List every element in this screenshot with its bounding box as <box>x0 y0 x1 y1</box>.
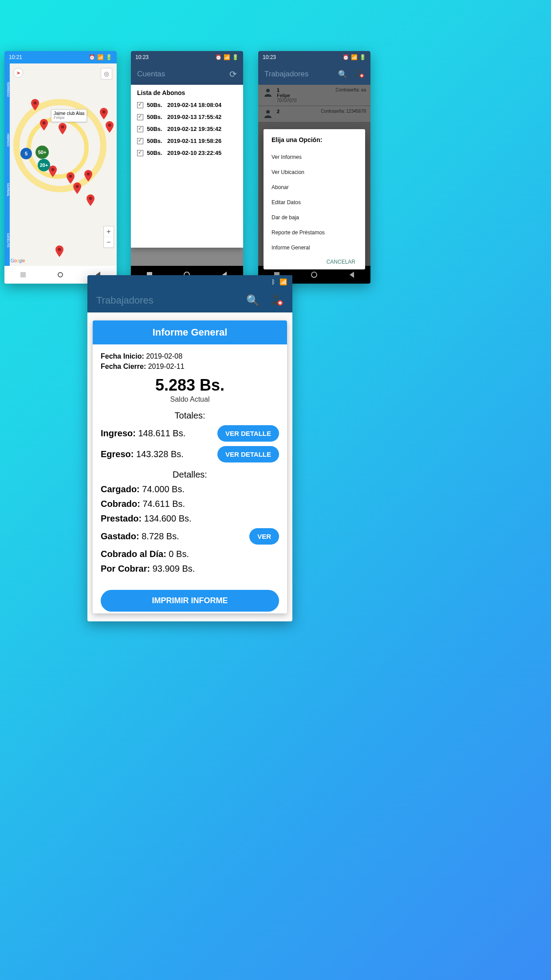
ver-gastado-button[interactable]: VER <box>249 528 279 545</box>
status-bar: ᛒ 📶 <box>87 275 292 288</box>
app-bar: Trabajadores 🔍 <box>258 63 370 85</box>
status-bar: 10:23 ⏰ 📶 🔋 <box>258 51 370 63</box>
signal-icon: 📶 <box>351 54 358 60</box>
abono-row[interactable]: 50Bs. 2019-02-11 19:58:26 <box>131 135 243 147</box>
status-bar: 10:23 ⏰ 📶 🔋 <box>131 51 243 63</box>
appbar-title: Cuentas <box>137 70 229 79</box>
compass-icon[interactable]: ➤ <box>13 68 23 78</box>
phone-cuentas: 10:23 ⏰ 📶 🔋 Cuentas ⟳ Lista de Abonos 50… <box>131 51 243 284</box>
add-user-icon[interactable] <box>270 293 283 308</box>
cluster-marker[interactable]: 50+ <box>35 146 49 159</box>
dialog-option[interactable]: Ver Informes <box>272 150 357 165</box>
dialog-title: Elija una Opción: <box>272 136 357 143</box>
map-pin[interactable] <box>49 166 57 177</box>
list-body: Lista de Abonos 50Bs. 2019-02-14 18:08:0… <box>131 85 243 266</box>
dialog-option[interactable]: Abonar <box>272 180 357 195</box>
dialog-option[interactable]: Ver Ubicacion <box>272 165 357 180</box>
cancel-button[interactable]: CANCELAR <box>272 255 357 265</box>
checkbox-icon <box>137 126 143 132</box>
status-right-icons: ⏰ 📶 🔋 <box>89 54 112 60</box>
alarm-icon: ⏰ <box>342 54 349 60</box>
gastado-row: Gastado: 8.728 Bs. VER <box>101 528 279 545</box>
nav-home-icon[interactable] <box>310 271 318 279</box>
abonos-sheet: Lista de Abonos 50Bs. 2019-02-14 18:08:0… <box>131 85 243 248</box>
saldo-actual-label: Saldo Actual <box>101 395 279 403</box>
signal-icon: 📶 <box>279 278 287 285</box>
card-body: Fecha Inicio: 2019-02-08 Fecha Cierre: 2… <box>93 344 287 584</box>
status-time: 10:23 <box>263 54 276 60</box>
marker-info-bubble[interactable]: Jaime club Alas Felipe <box>51 109 87 122</box>
egreso-row: Egreso: 143.328 Bs. VER DETALLE <box>101 446 279 462</box>
my-location-button[interactable]: ◎ <box>101 68 112 79</box>
map-type-hybrid[interactable]: HÍBRIDO <box>4 134 10 146</box>
zoom-in-button[interactable]: + <box>104 226 114 237</box>
abono-row[interactable]: 50Bs. 2019-02-13 17:55:42 <box>131 111 243 123</box>
map-type-terrain[interactable]: TERRENO <box>4 82 10 97</box>
map-pin[interactable] <box>84 170 92 182</box>
card-title: Informe General <box>93 320 287 344</box>
map-pin[interactable] <box>87 194 94 206</box>
status-bar: 10:21 ⏰ 📶 🔋 <box>4 51 117 63</box>
imprimir-informe-button[interactable]: IMPRIMIR INFORME <box>101 590 279 612</box>
checkbox-icon <box>137 150 143 156</box>
nav-back-icon[interactable] <box>348 271 356 279</box>
map-canvas[interactable]: TERRENO HÍBRIDO NORMAL SATÉLITE 50+ 5 20… <box>4 63 117 266</box>
cobrado-row: Cobrado: 74.611 Bs. <box>101 499 279 509</box>
abono-timestamp: 2019-02-10 23:22:45 <box>167 150 221 156</box>
abono-amount: 50Bs. <box>147 150 164 156</box>
map-pin[interactable] <box>59 123 67 134</box>
phone-informe: ᛒ 📶 Trabajadores 🔍 Informe General Fecha… <box>87 275 292 621</box>
dialog-option[interactable]: Reporte de Préstamos <box>272 225 357 240</box>
map-pin[interactable] <box>40 119 48 130</box>
abono-row[interactable]: 50Bs. 2019-02-10 23:22:45 <box>131 147 243 159</box>
map-pin[interactable] <box>31 99 39 111</box>
refresh-icon[interactable]: ⟳ <box>229 69 237 79</box>
google-logo: Google <box>11 258 25 263</box>
abono-row[interactable]: 50Bs. 2019-02-12 19:35:42 <box>131 123 243 135</box>
add-user-icon[interactable] <box>354 68 364 80</box>
battery-icon: 🔋 <box>106 54 112 60</box>
cluster-marker[interactable]: 5 <box>20 148 32 159</box>
alarm-icon: ⏰ <box>89 54 95 60</box>
detalles-label: Detalles: <box>101 470 279 480</box>
status-time: 10:21 <box>9 54 22 60</box>
search-icon[interactable]: 🔍 <box>246 294 260 307</box>
cluster-marker[interactable]: 20+ <box>38 159 50 171</box>
map-type-satellite[interactable]: SATÉLITE <box>4 233 10 248</box>
ver-detalle-egreso-button[interactable]: VER DETALLE <box>217 446 279 462</box>
map-type-normal[interactable]: NORMAL <box>4 183 10 197</box>
app-bar: Cuentas ⟳ <box>131 63 243 85</box>
status-right-icons: ⏰ 📶 🔋 <box>342 54 366 60</box>
nav-recent-icon[interactable] <box>19 271 27 279</box>
abono-amount: 50Bs. <box>147 102 164 108</box>
dialog-option[interactable]: Dar de baja <box>272 210 357 225</box>
appbar-title: Trabajadores <box>264 70 338 79</box>
phone-trabajadores: 10:23 ⏰ 📶 🔋 Trabajadores 🔍 1 Felipe 7070… <box>258 51 370 284</box>
map-pin[interactable] <box>100 108 108 119</box>
search-icon[interactable]: 🔍 <box>338 70 347 79</box>
phone-map: 10:21 ⏰ 📶 🔋 TERRENO HÍBRIDO NORMAL SATÉL… <box>4 51 117 284</box>
battery-icon: 🔋 <box>359 54 366 60</box>
abono-row[interactable]: 50Bs. 2019-02-14 18:08:04 <box>131 99 243 111</box>
status-right-icons: ⏰ 📶 🔋 <box>215 54 239 60</box>
totales-label: Totales: <box>101 411 279 421</box>
zoom-out-button[interactable]: − <box>104 237 114 248</box>
nav-home-icon[interactable] <box>56 271 64 279</box>
cobrado-dia-row: Cobrado al Día: 0 Bs. <box>101 549 279 559</box>
map-pin[interactable] <box>55 245 63 257</box>
map-pin[interactable] <box>106 121 114 133</box>
app-bar: Trabajadores 🔍 <box>87 288 292 312</box>
dialog-option[interactable]: Editar Datos <box>272 195 357 210</box>
checkbox-icon <box>137 138 143 144</box>
abono-amount: 50Bs. <box>147 138 164 144</box>
checkbox-icon <box>137 114 143 120</box>
map-type-switcher[interactable]: TERRENO HÍBRIDO NORMAL SATÉLITE <box>4 63 10 266</box>
dialog-option[interactable]: Informe General <box>272 240 357 255</box>
abono-timestamp: 2019-02-13 17:55:42 <box>167 114 221 120</box>
checkbox-icon <box>137 102 143 108</box>
appbar-title: Trabajadores <box>96 295 153 306</box>
ver-detalle-ingreso-button[interactable]: VER DETALLE <box>217 425 279 442</box>
status-time: 10:23 <box>135 54 149 60</box>
map-pin[interactable] <box>73 182 81 194</box>
fecha-cierre-row: Fecha Cierre: 2019-02-11 <box>101 362 279 371</box>
